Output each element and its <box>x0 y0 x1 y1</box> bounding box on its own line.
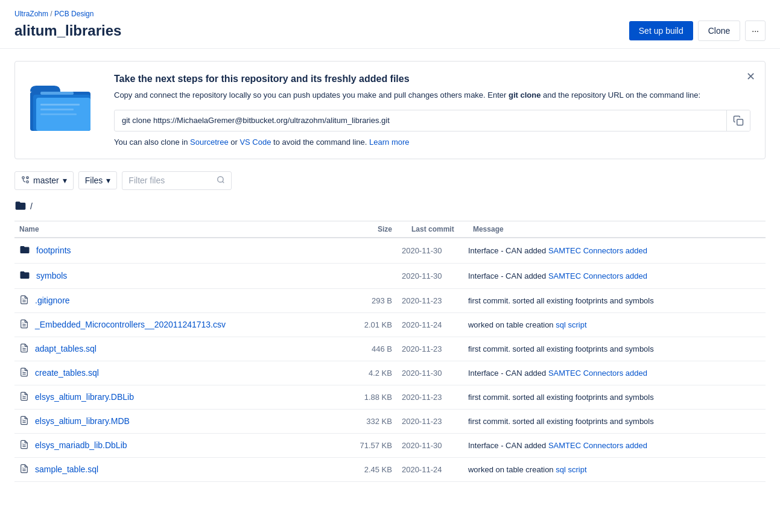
file-size-1 <box>349 263 397 288</box>
banner-close-button[interactable]: ✕ <box>746 71 755 82</box>
breadcrumb: UltraZohm / PCB Design <box>14 10 766 18</box>
folder-icon <box>19 270 30 282</box>
file-size-3: 2.01 KB <box>349 312 397 337</box>
file-link-2[interactable]: .gitignore <box>35 296 70 305</box>
file-last-commit-7: 2020-11-23 <box>397 409 463 433</box>
svg-point-8 <box>22 176 25 179</box>
svg-point-9 <box>27 180 29 183</box>
banner-folder-illustration <box>27 74 100 136</box>
table-header-row: Name Size Last commit Message <box>14 221 766 238</box>
vscode-link[interactable]: VS Code <box>239 138 271 147</box>
file-toolbar: master ▾ Files ▾ <box>0 171 780 190</box>
message-black-text-6: first commit. sorted all existing footpr… <box>468 393 654 402</box>
file-last-commit-1: 2020-11-30 <box>397 263 463 288</box>
file-link-1[interactable]: symbols <box>36 271 67 280</box>
table-row: adapt_tables.sql446 B2020-11-23first com… <box>14 337 766 361</box>
file-message-2: first commit. sorted all existing footpr… <box>463 288 766 312</box>
page-header: UltraZohm / PCB Design alitum_libraries … <box>0 0 780 49</box>
table-row: elsys_altium_library.DBLib1.88 KB2020-11… <box>14 385 766 409</box>
branch-selector[interactable]: master ▾ <box>14 171 74 190</box>
col-header-last-commit: Last commit <box>397 221 463 238</box>
file-table: Name Size Last commit Message footprints… <box>14 221 766 482</box>
file-last-commit-3: 2020-11-24 <box>397 312 463 337</box>
message-black-text-5: Interface - CAN added <box>468 369 548 378</box>
more-options-button[interactable]: ··· <box>745 21 766 41</box>
file-size-0 <box>349 238 397 264</box>
svg-rect-5 <box>40 109 74 110</box>
file-row-name-1: symbols <box>19 270 344 282</box>
message-black-text-4: first commit. sorted all existing footpr… <box>468 344 654 353</box>
message-link-text-3: sql script <box>556 320 586 329</box>
message-black-text-9: worked on table creation <box>468 465 556 474</box>
file-link-7[interactable]: elsys_altium_library.MDB <box>35 416 130 426</box>
files-selector[interactable]: Files ▾ <box>78 171 118 189</box>
breadcrumb-repo-link[interactable]: PCB Design <box>54 10 94 18</box>
sourcetree-link[interactable]: Sourcetree <box>190 138 229 147</box>
file-link-3[interactable]: _Embedded_Microcontrollers__202011241713… <box>35 320 226 329</box>
file-table-body: footprints2020-11-30Interface - CAN adde… <box>14 238 766 482</box>
table-row: create_tables.sql4.2 KB2020-11-30Interfa… <box>14 361 766 385</box>
table-row: sample_table.sql2.45 KB2020-11-24worked … <box>14 457 766 481</box>
breadcrumb-org-link[interactable]: UltraZohm <box>14 10 48 18</box>
file-link-6[interactable]: elsys_altium_library.DBLib <box>35 392 134 402</box>
branch-chevron-icon: ▾ <box>63 176 67 185</box>
message-black-text-1: Interface - CAN added <box>468 271 548 280</box>
file-message-3: worked on table creation sql script <box>463 312 766 337</box>
file-size-8: 71.57 KB <box>349 433 397 457</box>
message-link-text-8: SAMTEC Connectors added <box>548 441 647 450</box>
files-chevron-icon: ▾ <box>106 176 110 185</box>
branch-label: master <box>33 176 59 185</box>
file-link-5[interactable]: create_tables.sql <box>35 368 99 378</box>
banner-description: Copy and connect the repository locally … <box>114 89 750 101</box>
clone-button[interactable]: Clone <box>698 21 741 41</box>
file-last-commit-4: 2020-11-23 <box>397 337 463 361</box>
table-row: symbols2020-11-30Interface - CAN added S… <box>14 263 766 288</box>
svg-rect-4 <box>40 104 80 106</box>
message-black-text-8: Interface - CAN added <box>468 441 548 450</box>
file-row-name-3: _Embedded_Microcontrollers__202011241713… <box>19 319 344 331</box>
file-last-commit-5: 2020-11-30 <box>397 361 463 385</box>
git-branch-icon <box>21 176 30 186</box>
file-row-name-4: adapt_tables.sql <box>19 343 344 355</box>
file-icon <box>19 440 29 451</box>
message-link-text-5: SAMTEC Connectors added <box>548 369 647 378</box>
file-size-4: 446 B <box>349 337 397 361</box>
copy-clone-url-button[interactable] <box>726 110 750 131</box>
clone-url-input[interactable] <box>115 111 726 130</box>
setup-build-button[interactable]: Set up build <box>629 21 693 40</box>
file-last-commit-9: 2020-11-24 <box>397 457 463 481</box>
table-row: _Embedded_Microcontrollers__202011241713… <box>14 312 766 337</box>
svg-line-12 <box>223 181 224 183</box>
banner-title: Take the next steps for this repository … <box>114 74 750 84</box>
message-black-text-7: first commit. sorted all existing footpr… <box>468 417 654 426</box>
learn-more-link[interactable]: Learn more <box>369 138 409 147</box>
file-link-8[interactable]: elsys_mariadb_lib.DbLib <box>35 440 127 450</box>
breadcrumb-separator: / <box>50 10 52 18</box>
file-row-name-8: elsys_mariadb_lib.DbLib <box>19 440 344 451</box>
file-message-0: Interface - CAN added SAMTEC Connectors … <box>463 238 766 264</box>
folder-icon <box>19 244 30 257</box>
file-tree: / Name Size Last commit Message footprin… <box>0 200 780 482</box>
file-row-name-2: .gitignore <box>19 295 344 306</box>
file-last-commit-8: 2020-11-30 <box>397 433 463 457</box>
path-row: / <box>14 200 766 214</box>
header-actions: Set up build Clone ··· <box>629 21 766 41</box>
svg-rect-3 <box>40 92 74 95</box>
file-row-name-7: elsys_altium_library.MDB <box>19 416 344 427</box>
svg-point-11 <box>218 176 223 182</box>
col-header-size: Size <box>349 221 397 238</box>
file-link-0[interactable]: footprints <box>36 245 71 255</box>
files-label: Files <box>85 176 103 185</box>
filter-files-input[interactable] <box>128 176 213 185</box>
clone-input-row <box>114 110 750 131</box>
file-row-name-6: elsys_altium_library.DBLib <box>19 391 344 403</box>
message-black-text-0: Interface - CAN added <box>468 246 548 255</box>
file-link-4[interactable]: adapt_tables.sql <box>35 344 97 353</box>
message-black-text-2: first commit. sorted all existing footpr… <box>468 296 654 305</box>
file-link-9[interactable]: sample_table.sql <box>35 464 98 474</box>
svg-rect-6 <box>40 113 77 115</box>
file-message-1: Interface - CAN added SAMTEC Connectors … <box>463 263 766 288</box>
table-row: footprints2020-11-30Interface - CAN adde… <box>14 238 766 264</box>
banner-sub-text: You can also clone in Sourcetree or VS C… <box>114 138 750 147</box>
svg-rect-7 <box>737 119 743 125</box>
